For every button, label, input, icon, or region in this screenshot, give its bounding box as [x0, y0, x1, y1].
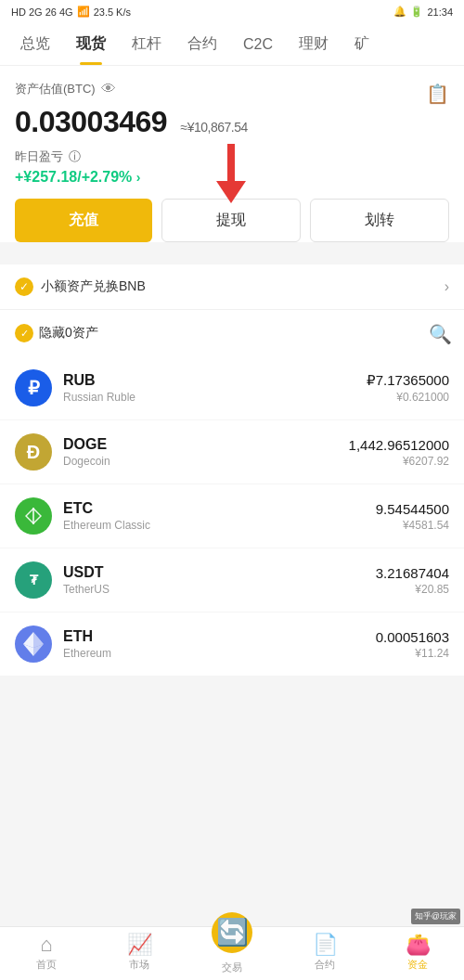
asset-label-text: 资产估值(BTC) — [15, 81, 96, 97]
doge-symbol-text: DOGE — [63, 436, 349, 453]
pnl-label: 昨日盈亏 — [15, 148, 63, 165]
market-label: 市场 — [129, 958, 149, 972]
doge-name: Dogecoin — [63, 455, 349, 468]
asset-label: 资产估值(BTC) 👁 — [15, 81, 116, 97]
bottom-nav-contracts[interactable]: 📄 合约 — [278, 927, 371, 980]
doge-amount-primary: 1,442.96512000 — [349, 437, 449, 453]
rub-symbol: ₽ — [28, 377, 40, 399]
contracts-label: 合约 — [315, 958, 335, 972]
home-icon: ⌂ — [40, 935, 52, 955]
eth-symbol-text: ETH — [63, 628, 376, 645]
speed-info: 23.5 K/s — [94, 6, 131, 18]
etc-amount-cny: ¥4581.54 — [376, 519, 449, 532]
section-divider — [0, 257, 464, 264]
doge-symbol: Ð — [27, 442, 40, 463]
bottom-nav-trade[interactable]: 🔄 交易 — [186, 927, 278, 980]
nav-c2c[interactable]: C2C — [230, 25, 286, 64]
top-navigation: 总览 现货 杠杆 合约 C2C 理财 矿 — [0, 23, 464, 66]
hide-assets-toggle[interactable]: ✓ 隐藏0资产 — [15, 324, 98, 342]
bottom-nav-home[interactable]: ⌂ 首页 — [0, 927, 93, 980]
bnb-banner-text: 小额资产兑换BNB — [41, 278, 146, 295]
nav-spot[interactable]: 现货 — [63, 23, 119, 65]
usdt-icon: ₮ — [15, 561, 52, 599]
rub-icon: ₽ — [15, 369, 52, 406]
market-icon: 📈 — [127, 935, 152, 955]
eth-name: Ethereum — [63, 647, 376, 660]
doge-amounts: 1,442.96512000 ¥6207.92 — [349, 437, 449, 468]
bnb-banner[interactable]: ✓ 小额资产兑换BNB › — [0, 264, 464, 310]
asset-item-rub[interactable]: ₽ RUB Russian Ruble ₽7.17365000 ¥0.62100… — [0, 356, 464, 420]
doge-amount-cny: ¥6207.92 — [349, 455, 449, 468]
rub-amount-primary: ₽7.17365000 — [367, 372, 449, 389]
alarm-icon: 🔔 — [393, 6, 406, 18]
hide-assets-label: 隐藏0资产 — [39, 325, 98, 342]
eth-amounts: 0.00051603 ¥11.24 — [376, 629, 449, 660]
pnl-info-icon[interactable]: ⓘ — [69, 148, 81, 165]
status-bar: HD 2G 26 4G 📶 23.5 K/s 🔔 🔋 21:34 — [0, 0, 464, 23]
cny-approx: ≈¥10,867.54 — [180, 120, 247, 135]
nav-mining[interactable]: 矿 — [342, 23, 382, 65]
pnl-row: 昨日盈亏 ⓘ — [15, 148, 449, 165]
usdt-amounts: 3.21687404 ¥20.85 — [376, 565, 449, 596]
bnb-chevron-icon: › — [445, 278, 449, 295]
funds-icon: 👛 — [406, 935, 431, 955]
rub-symbol-text: RUB — [63, 372, 367, 389]
usdt-amount-primary: 3.21687404 — [376, 565, 449, 581]
asset-label-row: 资产估值(BTC) 👁 — [15, 81, 116, 103]
usdt-symbol: ₮ — [30, 573, 38, 587]
search-icon[interactable]: 🔍 — [429, 323, 449, 343]
btc-amount: 0.03003469 — [15, 105, 167, 138]
btc-value: 0.03003469 ≈¥10,867.54 — [15, 105, 449, 139]
doge-info: DOGE Dogecoin — [63, 436, 349, 468]
deposit-button[interactable]: 充值 — [15, 199, 152, 242]
assets-header: ✓ 隐藏0资产 🔍 — [0, 310, 464, 356]
battery-icon: 🔋 — [410, 6, 423, 18]
asset-header-row: 资产估值(BTC) 👁 📋 — [15, 81, 449, 105]
doge-icon: Ð — [15, 433, 52, 471]
bottom-nav-market[interactable]: 📈 市场 — [93, 927, 186, 980]
etc-name: Ethereum Classic — [63, 519, 376, 532]
asset-item-etc[interactable]: ETC Ethereum Classic 9.54544500 ¥4581.54 — [0, 484, 464, 548]
etc-info: ETC Ethereum Classic — [63, 500, 376, 532]
rub-info: RUB Russian Ruble — [63, 372, 367, 404]
pnl-value: +¥257.18/+2.79% › — [15, 169, 449, 186]
asset-list: ₽ RUB Russian Ruble ₽7.17365000 ¥0.62100… — [0, 356, 464, 677]
etc-amounts: 9.54544500 ¥4581.54 — [376, 501, 449, 532]
eth-diamond-icon — [23, 632, 44, 656]
hide-check-icon: ✓ — [15, 324, 33, 342]
asset-item-usdt[interactable]: ₮ USDT TetherUS 3.21687404 ¥20.85 — [0, 548, 464, 612]
etc-diamond-icon — [22, 505, 45, 527]
rub-name: Russian Ruble — [63, 391, 367, 404]
nav-finance[interactable]: 理财 — [286, 23, 342, 65]
history-icon[interactable]: 📋 — [426, 83, 449, 105]
usdt-info: USDT TetherUS — [63, 564, 376, 596]
eth-info: ETH Ethereum — [63, 628, 376, 660]
asset-item-doge[interactable]: Ð DOGE Dogecoin 1,442.96512000 ¥6207.92 — [0, 420, 464, 484]
home-label: 首页 — [36, 958, 57, 972]
network-info: HD 2G 26 4G — [11, 6, 73, 18]
transfer-button[interactable]: 划转 — [310, 199, 449, 242]
bottom-nav-funds[interactable]: 👛 资金 — [371, 927, 464, 980]
usdt-amount-cny: ¥20.85 — [376, 583, 449, 596]
eth-amount-cny: ¥11.24 — [376, 647, 449, 660]
pnl-amount: +¥257.18/+2.79% — [15, 169, 132, 185]
asset-item-eth[interactable]: ETH Ethereum 0.00051603 ¥11.24 — [0, 612, 464, 677]
withdraw-label: 提现 — [216, 212, 246, 227]
time-display: 21:34 — [427, 6, 453, 18]
bottom-navigation: ⌂ 首页 📈 市场 🔄 交易 📄 合约 👛 资金 — [0, 926, 464, 980]
nav-overview[interactable]: 总览 — [7, 23, 63, 65]
status-right: 🔔 🔋 21:34 — [393, 6, 453, 18]
funds-label: 资金 — [407, 958, 428, 972]
contracts-icon: 📄 — [313, 935, 338, 955]
eye-toggle-icon[interactable]: 👁 — [101, 81, 116, 97]
rub-amount-cny: ¥0.621000 — [367, 391, 449, 404]
nav-leverage[interactable]: 杠杆 — [119, 23, 174, 65]
etc-symbol-text: ETC — [63, 500, 376, 517]
trade-icon: 🔄 — [212, 912, 252, 953]
withdraw-button[interactable]: 提现 — [161, 199, 301, 242]
bnb-banner-left: ✓ 小额资产兑换BNB — [15, 277, 146, 296]
nav-futures[interactable]: 合约 — [174, 23, 230, 65]
eth-amount-primary: 0.00051603 — [376, 629, 449, 645]
etc-icon — [15, 497, 52, 535]
etc-amount-primary: 9.54544500 — [376, 501, 449, 517]
